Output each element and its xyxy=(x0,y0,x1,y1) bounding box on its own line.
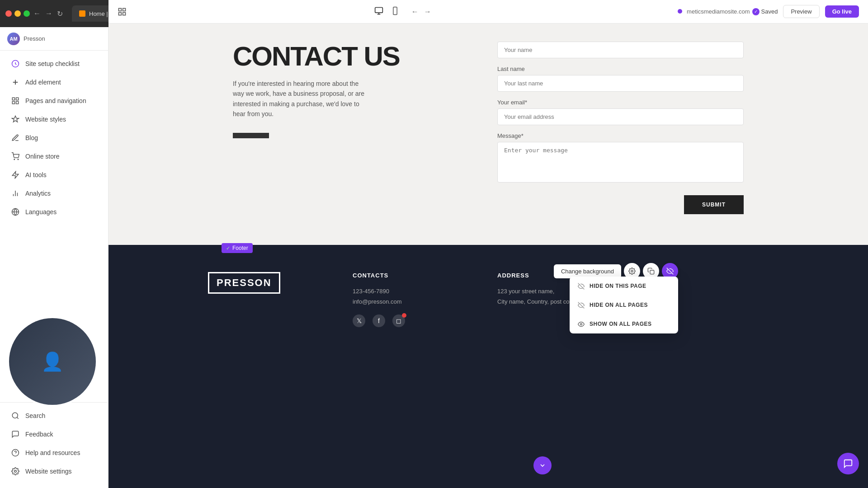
context-item-hide-this-page[interactable]: HIDE ON THIS PAGE xyxy=(570,277,678,296)
footer-phone: 123-456-7890 xyxy=(353,286,479,296)
sidebar-item-blog[interactable]: Blog xyxy=(4,129,104,147)
go-live-btn[interactable]: Go live xyxy=(825,5,859,18)
sidebar-bottom: Search Feedback Help and resources Websi… xyxy=(0,402,108,488)
tl-red[interactable] xyxy=(5,10,12,17)
footer-section: PRESSON CONTACTS 123-456-7890 info@press… xyxy=(108,245,868,488)
add-element-icon xyxy=(11,78,20,87)
svg-point-29 xyxy=(631,270,633,272)
mobile-view-btn[interactable] xyxy=(388,5,402,19)
context-item-show-all-pages[interactable]: SHOW ON ALL PAGES xyxy=(570,314,678,333)
canvas: CONTACT US If you're interested in heari… xyxy=(108,23,868,488)
undo-btn[interactable]: ← xyxy=(410,6,420,18)
svg-line-16 xyxy=(17,417,18,418)
footer-logo-text: PRESSON xyxy=(217,277,272,288)
preview-btn[interactable]: Preview xyxy=(783,5,819,18)
message-textarea[interactable] xyxy=(497,142,744,183)
svg-marker-9 xyxy=(12,172,19,178)
redo-btn[interactable]: → xyxy=(422,6,433,18)
online-store-icon xyxy=(11,152,20,161)
sidebar-avatar[interactable]: AM xyxy=(7,33,20,45)
footer-social: 𝕏 f ◻ xyxy=(353,314,479,327)
svg-rect-6 xyxy=(16,102,19,104)
footer-tag: ✓ Footer xyxy=(222,243,253,253)
toolbar-center: ← → xyxy=(132,5,672,19)
svg-rect-3 xyxy=(12,98,14,100)
hide-this-page-icon xyxy=(577,282,585,290)
contacts-title: CONTACTS xyxy=(353,272,479,279)
blog-icon xyxy=(11,133,20,142)
svg-point-8 xyxy=(18,159,19,160)
sidebar-item-ai-tools-label: AI tools xyxy=(25,171,47,178)
toolbar-left xyxy=(118,7,127,16)
reload-icon[interactable]: ↻ xyxy=(57,9,63,18)
grid-view-icon[interactable] xyxy=(118,7,127,16)
video-placeholder: 👤 xyxy=(9,318,96,405)
change-bg-label: Change background xyxy=(561,268,614,275)
submit-label: SUBMIT xyxy=(702,202,726,208)
context-item-hide-all-pages[interactable]: HIDE ON ALL PAGES xyxy=(570,296,678,314)
sidebar-site-label: Presson xyxy=(24,35,45,42)
desktop-view-btn[interactable] xyxy=(372,5,386,19)
name-input[interactable] xyxy=(497,42,744,58)
hide-this-page-label: HIDE ON THIS PAGE xyxy=(590,283,646,289)
saved-label: Saved xyxy=(761,8,778,15)
notif-badge xyxy=(402,313,406,318)
sidebar-item-pages-nav[interactable]: Pages and navigation xyxy=(4,92,104,110)
sidebar-item-help[interactable]: Help and resources xyxy=(4,444,104,462)
footer-tag-label: Footer xyxy=(232,245,248,251)
sidebar: AM Presson Site setup checklist Add elem… xyxy=(0,27,108,488)
svg-rect-21 xyxy=(123,8,126,11)
sidebar-item-languages-label: Languages xyxy=(25,208,57,216)
submit-btn[interactable]: SUBMIT xyxy=(684,195,744,214)
email-input[interactable] xyxy=(497,108,744,125)
device-btns xyxy=(372,5,402,19)
sidebar-item-languages[interactable]: Languages xyxy=(4,203,104,221)
forward-icon[interactable]: → xyxy=(45,9,52,18)
svg-rect-5 xyxy=(12,102,14,104)
twitter-icon[interactable]: 𝕏 xyxy=(353,314,365,327)
footer-inner: PRESSON CONTACTS 123-456-7890 info@press… xyxy=(172,245,805,345)
sidebar-item-pages-nav-label: Pages and navigation xyxy=(25,97,86,104)
tl-green[interactable] xyxy=(24,10,30,17)
sidebar-item-online-store[interactable]: Online store xyxy=(4,147,104,165)
sidebar-item-feedback[interactable]: Feedback xyxy=(4,425,104,443)
contact-right: Last name Your email* Message* SUBM xyxy=(488,33,753,236)
sidebar-top-bar: AM Presson xyxy=(0,27,108,51)
tl-yellow[interactable] xyxy=(14,10,21,17)
sidebar-item-analytics-label: Analytics xyxy=(25,190,51,197)
scroll-down-btn[interactable] xyxy=(533,456,552,474)
toolbar: ← → meticsmediamosite.com ✓ Saved Previe… xyxy=(108,0,868,23)
sidebar-item-add-element[interactable]: Add element xyxy=(4,73,104,91)
contact-heading: CONTACT US xyxy=(233,42,479,71)
contact-description: If you're interested in hearing more abo… xyxy=(233,79,368,119)
svg-rect-22 xyxy=(119,12,122,15)
tab-favicon xyxy=(79,10,85,17)
sidebar-item-search[interactable]: Search xyxy=(4,407,104,425)
video-overlay: 👤 xyxy=(7,316,98,407)
contact-left: CONTACT US If you're interested in heari… xyxy=(224,33,488,236)
field-last-name: Last name xyxy=(497,66,744,92)
sidebar-item-feedback-label: Feedback xyxy=(25,431,53,438)
chat-btn[interactable] xyxy=(837,453,859,474)
last-name-input[interactable] xyxy=(497,75,744,92)
instagram-icon[interactable]: ◻ xyxy=(392,314,405,327)
sidebar-item-website-styles-label: Website styles xyxy=(25,116,66,123)
field-name xyxy=(497,42,744,58)
facebook-icon[interactable]: f xyxy=(373,314,385,327)
sidebar-item-site-setup[interactable]: Site setup checklist xyxy=(4,55,104,73)
back-icon[interactable]: ← xyxy=(33,9,41,18)
context-menu: HIDE ON THIS PAGE HIDE ON ALL PAGES SHOW… xyxy=(570,277,678,333)
sidebar-item-settings[interactable]: Website settings xyxy=(4,462,104,480)
sidebar-item-settings-label: Website settings xyxy=(25,468,71,475)
undo-redo: ← → xyxy=(410,6,433,18)
svg-point-15 xyxy=(12,413,18,418)
show-all-pages-label: SHOW ON ALL PAGES xyxy=(590,321,652,327)
sidebar-item-ai-tools[interactable]: AI tools xyxy=(4,166,104,184)
footer-tag-check-icon: ✓ xyxy=(226,245,230,251)
toolbar-right: meticsmediamosite.com ✓ Saved Preview Go… xyxy=(678,5,859,18)
email-label: Your email* xyxy=(497,99,744,106)
change-bg-btn[interactable]: Change background xyxy=(554,264,621,278)
sidebar-item-analytics[interactable]: Analytics xyxy=(4,184,104,202)
field-email: Your email* xyxy=(497,99,744,125)
sidebar-item-website-styles[interactable]: Website styles xyxy=(4,110,104,128)
